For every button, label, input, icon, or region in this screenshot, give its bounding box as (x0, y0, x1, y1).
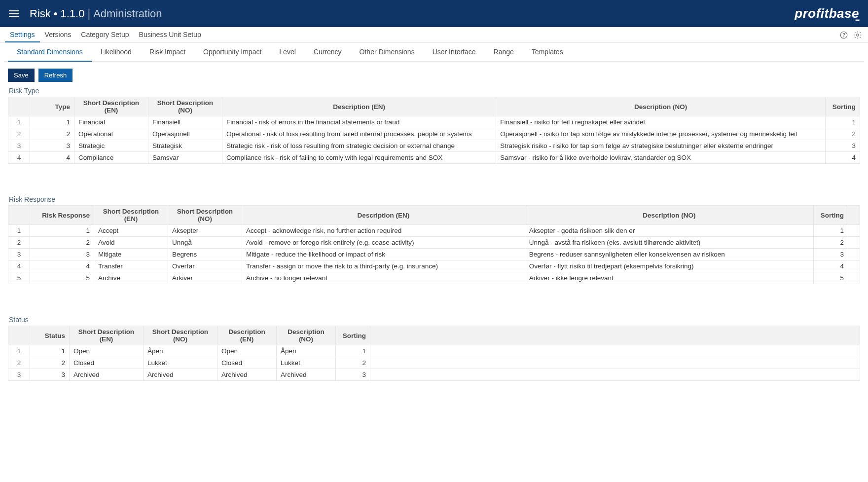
nav-item-versions[interactable]: Versions (40, 28, 76, 42)
tab-opportunity-impact[interactable]: Opportunity Impact (194, 43, 270, 61)
cell-d_no[interactable]: Aksepter - godta risikoen slik den er (525, 225, 813, 237)
column-header[interactable]: Description (EN) (217, 326, 277, 345)
table-row[interactable]: 11OpenÅpenOpenÅpen1 (8, 345, 860, 357)
help-icon[interactable] (838, 30, 849, 40)
cell-d_en[interactable]: Transfer - assign or move the risk to a … (242, 260, 525, 272)
cell-sort[interactable]: 4 (813, 260, 848, 272)
cell-type[interactable]: 1 (30, 116, 74, 128)
save-button[interactable]: Save (8, 69, 35, 82)
cell-sort[interactable]: 1 (336, 345, 370, 357)
tab-standard-dimensions[interactable]: Standard Dimensions (8, 43, 92, 62)
cell-sort[interactable]: 2 (336, 357, 370, 369)
cell-st[interactable]: 3 (30, 369, 70, 381)
cell-sd_no[interactable]: Unngå (168, 237, 242, 249)
table-row[interactable]: 55ArchiveArkiverArchive - no longer rele… (8, 272, 860, 284)
cell-rr[interactable]: 2 (30, 237, 94, 249)
column-header[interactable]: Short Description (EN) (74, 97, 148, 116)
cell-sort[interactable]: 2 (826, 128, 860, 140)
column-header[interactable]: Description (NO) (496, 97, 826, 116)
refresh-button[interactable]: Refresh (38, 69, 73, 82)
cell-rr[interactable]: 1 (30, 225, 94, 237)
tab-likelihood[interactable]: Likelihood (92, 43, 141, 61)
cell-d_en[interactable]: Mitigate - reduce the likelihood or impa… (242, 249, 525, 260)
tab-risk-impact[interactable]: Risk Impact (141, 43, 194, 61)
nav-item-business-unit-setup[interactable]: Business Unit Setup (134, 28, 206, 42)
cell-d_no[interactable]: Åpen (277, 345, 336, 357)
column-header[interactable]: Type (30, 97, 74, 116)
cell-sd_en[interactable]: Archive (94, 272, 168, 284)
column-header[interactable]: Sorting (826, 97, 860, 116)
table-row[interactable]: 44ComplianceSamsvarCompliance risk - ris… (8, 152, 860, 164)
cell-sd_en[interactable]: Financial (74, 116, 148, 128)
cell-d_en[interactable]: Accept - acknowledge risk, no further ac… (242, 225, 525, 237)
cell-sort[interactable]: 2 (813, 237, 848, 249)
column-header[interactable]: Short Description (NO) (168, 206, 242, 225)
cell-sd_no[interactable]: Lukket (144, 357, 217, 369)
cell-sd_no[interactable]: Strategisk (148, 140, 222, 152)
cell-d_no[interactable]: Lukket (277, 357, 336, 369)
column-header[interactable]: Description (NO) (277, 326, 336, 345)
cell-sd_en[interactable]: Closed (70, 357, 144, 369)
column-header[interactable]: Short Description (EN) (94, 206, 168, 225)
cell-d_en[interactable]: Financial - risk of errors in the financ… (222, 116, 496, 128)
tab-level[interactable]: Level (270, 43, 304, 61)
table-row[interactable]: 22ClosedLukketClosedLukket2 (8, 357, 860, 369)
column-header[interactable] (848, 206, 860, 225)
cell-sd_no[interactable]: Begrens (168, 249, 242, 260)
column-header[interactable]: Sorting (813, 206, 848, 225)
cell-d_no[interactable]: Begrens - reduser sannsynligheten eller … (525, 249, 813, 260)
cell-sort[interactable]: 3 (336, 369, 370, 381)
cell-sd_en[interactable]: Operational (74, 128, 148, 140)
cell-sd_en[interactable]: Compliance (74, 152, 148, 164)
tab-user-interface[interactable]: User Interface (424, 43, 485, 61)
table-risk-type[interactable]: TypeShort Description (EN)Short Descript… (8, 97, 860, 164)
menu-icon[interactable] (9, 10, 19, 17)
cell-d_no[interactable]: Archived (277, 369, 336, 381)
column-header[interactable] (8, 206, 30, 225)
column-header[interactable]: Short Description (EN) (70, 326, 144, 345)
cell-sd_no[interactable]: Finansiell (148, 116, 222, 128)
table-row[interactable]: 44TransferOverførTransfer - assign or mo… (8, 260, 860, 272)
cell-sd_no[interactable]: Aksepter (168, 225, 242, 237)
cell-sort[interactable]: 1 (826, 116, 860, 128)
cell-sort[interactable]: 3 (813, 249, 848, 260)
column-header[interactable] (8, 326, 30, 345)
nav-item-category-setup[interactable]: Category Setup (76, 28, 134, 42)
table-row[interactable]: 33ArchivedArchivedArchivedArchived3 (8, 369, 860, 381)
cell-rr[interactable]: 3 (30, 249, 94, 260)
cell-rr[interactable]: 4 (30, 260, 94, 272)
cell-d_no[interactable]: Finansiell - risiko for feil i regnskape… (496, 116, 826, 128)
table-row[interactable]: 11FinancialFinansiellFinancial - risk of… (8, 116, 860, 128)
cell-sort[interactable]: 1 (813, 225, 848, 237)
cell-sd_no[interactable]: Arkiver (168, 272, 242, 284)
table-status[interactable]: StatusShort Description (EN)Short Descri… (8, 326, 860, 381)
cell-d_en[interactable]: Closed (217, 357, 277, 369)
cell-d_en[interactable]: Operational - risk of loss resulting fro… (222, 128, 496, 140)
column-header[interactable]: Short Description (NO) (148, 97, 222, 116)
cell-type[interactable]: 2 (30, 128, 74, 140)
table-risk-response[interactable]: Risk ResponseShort Description (EN)Short… (8, 205, 860, 284)
table-row[interactable]: 33StrategicStrategiskStrategic risk - ri… (8, 140, 860, 152)
column-header[interactable]: Description (EN) (242, 206, 525, 225)
cell-sd_en[interactable]: Accept (94, 225, 168, 237)
cell-type[interactable]: 3 (30, 140, 74, 152)
tab-other-dimensions[interactable]: Other Dimensions (351, 43, 424, 61)
cell-st[interactable]: 1 (30, 345, 70, 357)
table-row[interactable]: 11AcceptAksepterAccept - acknowledge ris… (8, 225, 860, 237)
tab-templates[interactable]: Templates (523, 43, 572, 61)
cell-sd_en[interactable]: Mitigate (94, 249, 168, 260)
cell-d_en[interactable]: Archived (217, 369, 277, 381)
cell-sort[interactable]: 4 (826, 152, 860, 164)
table-row[interactable]: 33MitigateBegrensMitigate - reduce the l… (8, 249, 860, 260)
cell-st[interactable]: 2 (30, 357, 70, 369)
cell-sd_no[interactable]: Overfør (168, 260, 242, 272)
cell-d_no[interactable]: Strategisk risiko - risiko for tap som f… (496, 140, 826, 152)
column-header[interactable] (370, 326, 860, 345)
cell-d_no[interactable]: Overfør - flytt risiko til tredjepart (e… (525, 260, 813, 272)
cell-d_en[interactable]: Strategic risk - risk of loss resulting … (222, 140, 496, 152)
column-header[interactable] (8, 97, 30, 116)
cell-sd_no[interactable]: Åpen (144, 345, 217, 357)
column-header[interactable]: Short Description (NO) (144, 326, 217, 345)
cell-d_no[interactable]: Unngå - avstå fra risikoen (eks. avslutt… (525, 237, 813, 249)
cell-sd_no[interactable]: Samsvar (148, 152, 222, 164)
